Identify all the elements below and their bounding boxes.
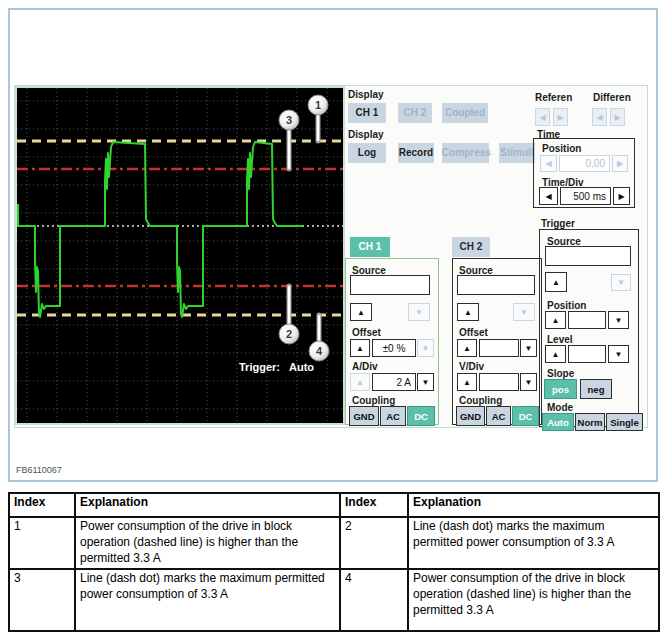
ch2-scale-value	[479, 373, 519, 391]
mode-norm-button[interactable]: Norm	[575, 413, 605, 431]
index-cell: 4	[340, 569, 408, 631]
ch2-scale-label: V/Div	[459, 361, 484, 372]
reference-next-button[interactable]: ▶	[553, 108, 568, 126]
trigger-level-up-button[interactable]: ▲	[545, 345, 566, 363]
figure-code: FB6110067	[16, 465, 62, 475]
log-button[interactable]: Log	[348, 143, 386, 163]
up-arrow-icon: ▲	[357, 308, 365, 317]
up-arrow-icon: ▲	[552, 316, 560, 325]
index-cell: 2	[340, 517, 408, 569]
ch2-coupling-label: Coupling	[459, 395, 502, 406]
time-position-increase-button[interactable]: ▶	[612, 155, 628, 172]
ch2-source-down-button[interactable]: ▼	[513, 303, 535, 321]
left-arrow-icon: ◀	[545, 159, 551, 168]
ch1-offset-value: ±0 %	[372, 339, 416, 357]
trigger-panel: Source ▲ ▼ Position ▲ ▼ Level ▲ ▼ Slope …	[539, 229, 639, 427]
ch1-source-up-button[interactable]: ▲	[350, 303, 372, 321]
record-button[interactable]: Record	[398, 143, 434, 163]
ch1-offset-down-button[interactable]: ▼	[417, 339, 434, 357]
ch2-coupling-ac-button[interactable]: AC	[486, 406, 511, 426]
tab-ch1[interactable]: CH 1	[350, 237, 390, 257]
right-arrow-icon: ▶	[614, 113, 620, 122]
display-ch1-button[interactable]: CH 1	[348, 103, 386, 123]
callout-3: 3	[286, 114, 292, 126]
time-group-box: Position ◀ 0,00 ▶ Time/Div ◀ 500 ms ▶	[533, 138, 635, 208]
trigger-position-up-button[interactable]: ▲	[545, 311, 566, 329]
down-arrow-icon: ▼	[525, 344, 533, 353]
slope-neg-button[interactable]: neg	[580, 379, 612, 399]
display-ch2-button[interactable]: CH 2	[398, 103, 432, 123]
reference-label: Referen	[535, 92, 572, 103]
trigger-source-input[interactable]	[545, 246, 631, 266]
trigger-level-value	[568, 345, 606, 363]
down-arrow-icon: ▼	[615, 316, 623, 325]
right-arrow-icon: ▶	[617, 159, 623, 168]
mode-single-button[interactable]: Single	[606, 413, 643, 431]
ch2-offset-up-button[interactable]: ▲	[457, 339, 477, 357]
ch2-coupling-gnd-button[interactable]: GND	[456, 406, 485, 426]
scope-app-panel: Trigger: Auto 1 3 2 4	[14, 85, 648, 428]
right-arrow-icon: ▶	[618, 192, 624, 201]
down-arrow-icon: ▼	[520, 308, 528, 317]
ch1-scale-up-button[interactable]: ▲	[350, 373, 370, 391]
header-index-1: Index	[9, 493, 75, 517]
tab-ch2[interactable]: CH 2	[452, 237, 490, 257]
down-arrow-icon: ▼	[415, 308, 423, 317]
index-cell: 3	[9, 569, 75, 631]
time-position-decrease-button[interactable]: ◀	[540, 155, 557, 172]
explanation-table: Index Explanation Index Explanation 1 Po…	[8, 492, 660, 632]
trigger-position-down-button[interactable]: ▼	[608, 311, 629, 329]
ch1-scale-down-button[interactable]: ▼	[417, 373, 434, 391]
header-explanation-1: Explanation	[75, 493, 340, 517]
difference-next-button[interactable]: ▶	[610, 108, 625, 126]
up-arrow-icon: ▲	[463, 378, 471, 387]
ch1-coupling-gnd-button[interactable]: GND	[349, 406, 379, 426]
ch1-coupling-dc-button[interactable]: DC	[407, 406, 435, 426]
slope-pos-button[interactable]: pos	[544, 379, 577, 399]
ch2-source-input[interactable]	[457, 275, 535, 295]
trigger-slope-label: Slope	[547, 368, 574, 379]
down-arrow-icon: ▼	[617, 278, 625, 287]
trigger-source-up-button[interactable]: ▲	[545, 272, 567, 292]
trigger-source-down-button[interactable]: ▼	[611, 274, 631, 291]
reference-prev-button[interactable]: ◀	[535, 108, 550, 126]
compress-button[interactable]: Compress	[442, 143, 489, 163]
ch2-scale-down-button[interactable]: ▼	[520, 373, 537, 391]
ch1-source-input[interactable]	[350, 275, 430, 295]
trigger-level-down-button[interactable]: ▼	[608, 345, 629, 363]
ch2-coupling-dc-button[interactable]: DC	[512, 406, 539, 426]
timediv-increase-button[interactable]: ▶	[613, 187, 630, 205]
left-arrow-icon: ◀	[596, 113, 602, 122]
difference-label: Differen	[593, 92, 631, 103]
explanation-cell: Power consumption of the drive in block …	[408, 569, 659, 631]
display-coupled-button[interactable]: Coupled	[442, 103, 488, 123]
up-arrow-icon: ▲	[356, 344, 364, 353]
oscilloscope-screen: Trigger: Auto 1 3 2 4	[15, 86, 345, 425]
up-arrow-icon: ▲	[464, 308, 472, 317]
stimuli-button[interactable]: Stimuli	[499, 143, 535, 163]
header-index-2: Index	[340, 493, 408, 517]
trigger-position-label: Position	[547, 300, 586, 311]
figure-frame: Trigger: Auto 1 3 2 4	[8, 8, 658, 482]
ch2-source-up-button[interactable]: ▲	[457, 303, 479, 321]
mode-auto-button[interactable]: Auto	[542, 413, 574, 431]
ch1-source-down-button[interactable]: ▼	[408, 303, 430, 321]
timediv-decrease-button[interactable]: ◀	[539, 187, 558, 205]
display-channels-label: Display	[348, 89, 384, 100]
figure-page: Trigger: Auto 1 3 2 4	[0, 0, 670, 636]
ch1-offset-label: Offset	[352, 327, 381, 338]
explanation-cell: Line (dash dot) marks the maximum permit…	[75, 569, 340, 631]
ch1-coupling-label: Coupling	[352, 395, 395, 406]
trigger-status-value: Auto	[289, 361, 314, 373]
difference-prev-button[interactable]: ◀	[592, 108, 607, 126]
ch1-offset-up-button[interactable]: ▲	[350, 339, 370, 357]
callout-1: 1	[315, 99, 321, 111]
trigger-level-label: Level	[547, 334, 573, 345]
ch2-offset-down-button[interactable]: ▼	[520, 339, 537, 357]
up-arrow-icon: ▲	[356, 378, 364, 387]
time-position-label: Position	[542, 143, 581, 154]
left-arrow-icon: ◀	[539, 113, 545, 122]
callout-2: 2	[286, 328, 292, 340]
ch2-scale-up-button[interactable]: ▲	[457, 373, 477, 391]
ch1-coupling-ac-button[interactable]: AC	[380, 406, 406, 426]
